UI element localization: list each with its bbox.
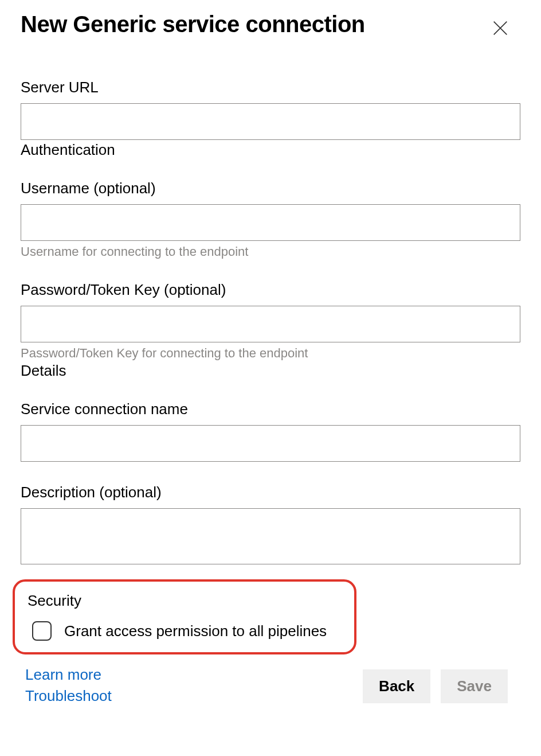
grant-access-checkbox[interactable] [32, 621, 52, 641]
server-url-group: Server URL [21, 79, 520, 140]
dialog-title: New Generic service connection [21, 10, 365, 38]
details-heading: Details [21, 362, 520, 380]
security-highlight: Security Grant access permission to all … [13, 579, 356, 654]
username-label: Username (optional) [21, 180, 520, 197]
grant-access-label[interactable]: Grant access permission to all pipelines [64, 622, 327, 640]
password-input[interactable] [21, 306, 520, 342]
server-url-label: Server URL [21, 79, 520, 96]
footer-buttons: Back Save [363, 669, 508, 703]
close-icon [491, 31, 510, 40]
close-button[interactable] [486, 14, 515, 44]
password-label: Password/Token Key (optional) [21, 281, 520, 299]
grant-access-row: Grant access permission to all pipelines [28, 621, 342, 641]
password-group: Password/Token Key (optional) Password/T… [21, 281, 520, 361]
security-heading: Security [28, 592, 342, 610]
dialog-footer: Learn more Troubleshoot Back Save [21, 666, 520, 705]
dialog-header: New Generic service connection [21, 10, 520, 44]
troubleshoot-link[interactable]: Troubleshoot [25, 687, 112, 705]
username-input[interactable] [21, 204, 520, 241]
footer-links: Learn more Troubleshoot [21, 666, 112, 705]
description-group: Description (optional) [21, 484, 520, 567]
username-helper: Username for connecting to the endpoint [21, 244, 520, 259]
authentication-heading: Authentication [21, 141, 520, 159]
name-label: Service connection name [21, 400, 520, 418]
username-group: Username (optional) Username for connect… [21, 180, 520, 259]
save-button[interactable]: Save [441, 669, 508, 703]
back-button[interactable]: Back [363, 669, 430, 703]
description-label: Description (optional) [21, 484, 520, 501]
name-input[interactable] [21, 425, 520, 462]
name-group: Service connection name [21, 400, 520, 462]
server-url-input[interactable] [21, 103, 520, 140]
password-helper: Password/Token Key for connecting to the… [21, 346, 520, 361]
description-input[interactable] [21, 508, 520, 564]
service-connection-form: Server URL Authentication Username (opti… [21, 79, 520, 705]
learn-more-link[interactable]: Learn more [25, 666, 112, 684]
